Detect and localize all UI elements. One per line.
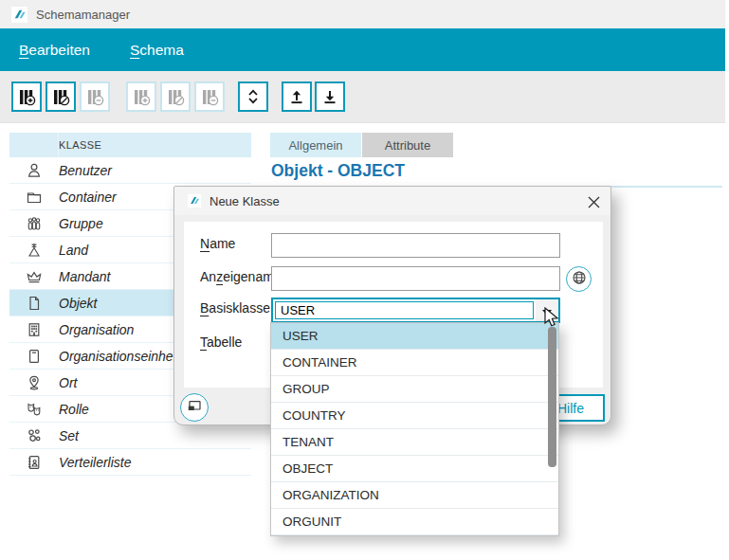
dropdown-option[interactable]: CONTAINER: [271, 350, 558, 376]
columns-slash-icon: [167, 88, 185, 106]
export-button[interactable]: [282, 81, 312, 112]
schemamanager-window: Schemamanager Bearbeiten Schema: [0, 0, 725, 554]
dock-window-icon: [187, 398, 202, 417]
address-book-icon: [9, 454, 59, 471]
user-icon: [9, 162, 59, 179]
edit-attribute-button: [160, 81, 191, 112]
circles-icon: [9, 427, 59, 444]
journal-icon: [9, 348, 59, 365]
sidebar-item-benutzer[interactable]: Benutzer: [9, 157, 251, 184]
globe-button[interactable]: [566, 266, 592, 292]
toolbar: [0, 71, 725, 123]
menubar: Bearbeiten Schema: [0, 28, 725, 71]
name-field[interactable]: [271, 233, 560, 258]
dialog-title: Neue Klasse: [210, 194, 280, 208]
download-icon: [321, 88, 338, 105]
dock-button[interactable]: [180, 393, 209, 422]
columns-remove-icon: [86, 88, 104, 106]
location-pin-icon: [9, 374, 59, 391]
menu-bearbeiten[interactable]: Bearbeiten: [17, 38, 92, 63]
anzeigename-field[interactable]: [271, 266, 560, 291]
window-title: Schemamanager: [36, 8, 130, 22]
dropdown-option[interactable]: COUNTRY: [271, 403, 558, 429]
dialog-titlebar: Neue Klasse: [174, 187, 611, 215]
app-logo-icon: [11, 7, 27, 23]
up-down-chevrons-icon: [245, 88, 262, 105]
group-icon: [9, 215, 59, 232]
tab-attribute[interactable]: Attribute: [362, 133, 453, 157]
sidebar-item-set[interactable]: Set: [9, 423, 251, 449]
columns-add-icon: [133, 88, 151, 106]
class-column-header: KLASSE: [59, 139, 101, 151]
dialog-logo-icon: [188, 194, 201, 208]
dropdown-option[interactable]: OBJECT: [271, 456, 558, 482]
dropdown-option[interactable]: USER: [271, 323, 558, 350]
detail-tabs: Allgemein Attribute: [270, 133, 453, 157]
sort-button[interactable]: [238, 81, 268, 112]
globe-icon: [572, 270, 587, 289]
delete-attribute-button: [194, 81, 225, 112]
class-list-header: KLASSE: [9, 133, 251, 157]
chevron-down-icon: [542, 302, 552, 319]
folder-icon: [9, 189, 59, 206]
crown-icon: [9, 268, 59, 285]
dropdown-option[interactable]: ORGANIZATION: [271, 482, 558, 509]
basisklasse-dropdown-list: USER CONTAINER GROUP COUNTRY TENANT OBJE…: [270, 322, 559, 536]
edit-class-button[interactable]: [46, 81, 76, 112]
columns-slash-icon: [52, 88, 70, 106]
import-button[interactable]: [315, 81, 345, 112]
document-icon: [9, 295, 59, 312]
columns-add-icon: [18, 88, 36, 106]
new-class-button[interactable]: [11, 81, 42, 112]
new-attribute-button: [126, 81, 156, 112]
menu-schema[interactable]: Schema: [128, 38, 186, 63]
dropdown-option[interactable]: TENANT: [271, 429, 558, 456]
masks-icon: [9, 401, 59, 418]
dropdown-scrollbar[interactable]: [548, 327, 556, 467]
dropdown-option[interactable]: GROUP: [271, 376, 558, 403]
sidebar-item-verteilerliste[interactable]: Verteilerliste: [9, 449, 251, 476]
tab-allgemein[interactable]: Allgemein: [270, 133, 361, 157]
window-titlebar: Schemamanager: [0, 0, 725, 28]
page-title: Objekt - OBJECT: [271, 161, 405, 181]
basisklasse-combobox: [271, 298, 560, 323]
close-icon[interactable]: [584, 192, 603, 211]
delete-class-button: [80, 81, 110, 112]
dropdown-option[interactable]: ORGUNIT: [271, 509, 558, 535]
combobox-dropdown-button[interactable]: [536, 299, 558, 321]
building-icon: [9, 321, 59, 338]
country-icon: [9, 242, 59, 259]
upload-icon: [288, 88, 305, 105]
columns-remove-icon: [201, 88, 219, 106]
basisklasse-field[interactable]: [275, 301, 534, 319]
